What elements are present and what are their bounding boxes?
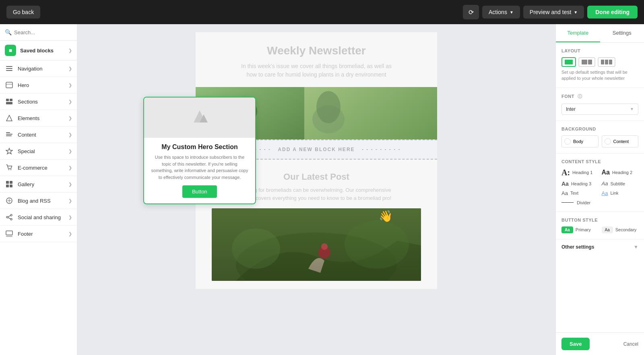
- style-item-heading1[interactable]: A: Heading 1: [561, 168, 599, 177]
- sidebar-item-social[interactable]: Social and sharing ❯: [0, 209, 77, 226]
- done-editing-button[interactable]: Done editing: [587, 6, 638, 19]
- content-icon: [5, 131, 14, 138]
- style-item-text[interactable]: Aa Text: [561, 190, 599, 196]
- btn-secondary-item[interactable]: Aa Secondary: [602, 226, 639, 233]
- svg-rect-25: [6, 236, 12, 237]
- social-chevron-icon: ❯: [68, 215, 72, 220]
- button-style-section: Button style Aa Primary Aa Secondary: [556, 212, 644, 239]
- gallery-chevron-icon: ❯: [68, 182, 72, 187]
- history-button[interactable]: ⟳: [463, 5, 479, 19]
- sidebar-item-special[interactable]: Special ❯: [0, 143, 77, 160]
- bg-body-swatch: [564, 138, 571, 145]
- save-button[interactable]: Save: [561, 338, 590, 350]
- svg-marker-11: [6, 148, 12, 154]
- elements-icon: [5, 114, 14, 122]
- hero-chevron-icon: ❯: [68, 83, 72, 88]
- newsletter-subtitle: In this week's issue we cover all things…: [212, 62, 421, 79]
- font-select[interactable]: Inter ▼: [561, 104, 638, 115]
- link-preview-icon: Aa: [602, 190, 608, 196]
- sidebar-item-sections-label: Sections: [18, 99, 64, 105]
- svg-rect-8: [6, 132, 10, 133]
- special-icon: [5, 147, 14, 155]
- svg-point-20: [6, 216, 8, 218]
- preview-label: Preview and test: [530, 9, 572, 15]
- layout-option-left-wide[interactable]: [578, 57, 595, 67]
- bg-content-swatch: [605, 138, 611, 145]
- go-back-button[interactable]: Go back: [6, 6, 40, 19]
- sidebar-item-ecommerce-label: E-commerce: [18, 165, 64, 171]
- layout-option-equal[interactable]: [598, 57, 615, 67]
- social-icon: [5, 214, 14, 221]
- search-container: 🔍: [0, 24, 77, 41]
- add-block-dashes-right: - - - - - - - - -: [362, 147, 401, 152]
- btn-secondary-label: Secondary: [615, 227, 637, 232]
- navigation-chevron-icon: ❯: [68, 66, 72, 71]
- style-item-heading3[interactable]: Aa Heading 3: [561, 181, 599, 187]
- font-section-title: Font ⓘ: [561, 93, 638, 100]
- canvas-area: My Custom Hero Section Use this space to…: [77, 24, 555, 355]
- actions-button[interactable]: Actions ▼: [482, 6, 520, 19]
- sidebar-item-content-label: Content: [18, 132, 64, 138]
- card-content: My Custom Hero Section Use this space to…: [144, 138, 255, 203]
- preview-button[interactable]: Preview and test ▼: [523, 6, 584, 19]
- bg-body-option[interactable]: Body: [561, 135, 599, 147]
- saved-blocks-icon: ■: [5, 45, 16, 56]
- add-block-label: ADD A NEW BLOCK HERE: [278, 147, 355, 152]
- sidebar-item-social-label: Social and sharing: [18, 214, 64, 220]
- sidebar-item-navigation-label: Navigation: [18, 66, 64, 72]
- sidebar-item-blog[interactable]: Blog and RSS ❯: [0, 193, 77, 209]
- sidebar-item-blog-label: Blog and RSS: [18, 198, 64, 204]
- tab-settings[interactable]: Settings: [600, 24, 644, 42]
- sidebar-item-navigation[interactable]: Navigation ❯: [0, 60, 77, 77]
- svg-rect-6: [10, 99, 12, 101]
- other-settings-section: Other settings ▼: [556, 239, 644, 255]
- svg-point-13: [10, 169, 11, 170]
- layout-single-bar: [565, 60, 573, 64]
- bg-content-label: Content: [613, 139, 629, 144]
- sidebar-item-ecommerce[interactable]: E-commerce ❯: [0, 160, 77, 176]
- style-item-subtitle[interactable]: Aa Subtitle: [602, 181, 639, 187]
- saved-blocks-item[interactable]: ■ Saved blocks ❯: [0, 41, 77, 60]
- sidebar-item-gallery[interactable]: Gallery ❯: [0, 176, 77, 193]
- style-item-heading2[interactable]: Aa Heading 2: [602, 168, 639, 177]
- tab-template[interactable]: Template: [556, 24, 600, 42]
- layout-eq-bar-1: [601, 60, 604, 64]
- svg-line-23: [8, 218, 10, 219]
- text-label: Text: [570, 191, 578, 195]
- style-item-link[interactable]: Aa Link: [602, 190, 639, 196]
- floating-hero-card[interactable]: My Custom Hero Section Use this space to…: [143, 97, 256, 204]
- card-description: Use this space to introduce subscribers …: [151, 154, 249, 181]
- content-chevron-icon: ❯: [68, 132, 72, 137]
- search-input[interactable]: [14, 29, 72, 35]
- heading1-preview-icon: A:: [561, 168, 570, 177]
- svg-rect-5: [6, 99, 9, 101]
- divider-label: Divider: [577, 200, 590, 205]
- search-icon: 🔍: [5, 29, 12, 35]
- elements-chevron-icon: ❯: [68, 116, 72, 121]
- sidebar-item-elements[interactable]: Elements ❯: [0, 110, 77, 127]
- layout-option-single[interactable]: [561, 57, 576, 67]
- cancel-link[interactable]: Cancel: [623, 341, 638, 347]
- sidebar-item-content[interactable]: Content ❯: [0, 127, 77, 143]
- sidebar-item-footer-label: Footer: [18, 231, 64, 237]
- btn-primary-preview: Aa: [561, 226, 573, 233]
- svg-point-32: [316, 91, 341, 123]
- btn-primary-item[interactable]: Aa Primary: [561, 226, 599, 233]
- card-button[interactable]: Button: [182, 185, 217, 198]
- heading1-label: Heading 1: [572, 170, 592, 175]
- footer-icon: [5, 230, 14, 237]
- actions-label: Actions: [489, 9, 507, 15]
- svg-rect-16: [6, 185, 9, 187]
- sidebar-item-sections[interactable]: Sections ❯: [0, 93, 77, 110]
- button-style-title: Button style: [561, 218, 638, 222]
- divider-item[interactable]: Divider: [561, 199, 638, 206]
- svg-point-19: [10, 214, 12, 216]
- sidebar-item-hero[interactable]: Hero ❯: [0, 77, 77, 93]
- blog-chevron-icon: ❯: [68, 198, 72, 203]
- top-bar: Go back ⟳ Actions ▼ Preview and test ▼ D…: [0, 0, 644, 24]
- sidebar-item-elements-label: Elements: [18, 115, 64, 121]
- bg-content-option[interactable]: Content: [602, 135, 639, 147]
- svg-rect-9: [6, 134, 12, 135]
- sidebar-item-footer[interactable]: Footer ❯: [0, 226, 77, 242]
- other-settings-chevron-icon[interactable]: ▼: [634, 244, 638, 250]
